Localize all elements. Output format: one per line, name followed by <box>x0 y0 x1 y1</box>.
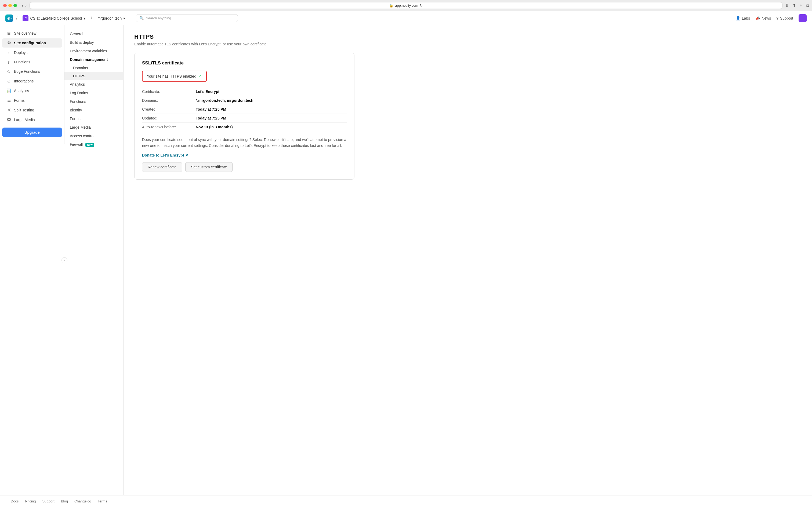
address-bar[interactable]: 🔒 app.netlify.com ↻ <box>30 2 782 9</box>
sidebar-item-edge-functions[interactable]: ◇ Edge Functions <box>2 67 62 76</box>
sidebar-collapse-button[interactable]: ‹ <box>61 257 67 263</box>
button-row: Renew certificate Set custom certificate <box>142 162 347 172</box>
center-nav-forms[interactable]: Forms <box>64 114 123 123</box>
center-nav-large-media[interactable]: Large Media <box>64 123 123 131</box>
app-header: ~n~ / C CS at Lakefield College School ▾… <box>0 11 812 25</box>
sidebar-item-analytics[interactable]: 📊 Analytics <box>2 86 62 95</box>
analytics-icon: 📊 <box>6 88 11 93</box>
sidebar-label-integrations: Integrations <box>14 79 34 83</box>
news-button[interactable]: 📣 News <box>755 16 771 20</box>
share-icon[interactable]: ⬆ <box>793 3 796 8</box>
site-breadcrumb[interactable]: mrgordon.tech ▾ <box>95 15 127 21</box>
footer-support[interactable]: Support <box>42 499 55 503</box>
support-button[interactable]: ? Support <box>776 16 793 20</box>
maximize-button[interactable] <box>13 4 17 7</box>
ssl-card-title: SSL/TLS certificate <box>142 60 347 66</box>
sidebar-item-deploys[interactable]: ↑ Deploys <box>2 48 62 57</box>
center-nav-log-drains[interactable]: Log Drains <box>64 89 123 97</box>
certificate-value: Let's Encrypt <box>196 90 219 94</box>
sidebar-item-split-testing[interactable]: ⚔ Split Testing <box>2 106 62 115</box>
tabs-icon[interactable]: ⧉ <box>806 3 809 8</box>
forms-icon: ☰ <box>6 98 11 103</box>
domains-label: Domains: <box>142 98 196 103</box>
updated-label: Updated: <box>142 116 196 120</box>
question-icon: ? <box>776 16 778 20</box>
center-nav-analytics[interactable]: Analytics <box>64 80 123 89</box>
close-button[interactable] <box>3 4 7 7</box>
renew-certificate-button[interactable]: Renew certificate <box>142 162 182 172</box>
footer-changelog[interactable]: Changelog <box>74 499 91 503</box>
center-nav-functions[interactable]: Functions <box>64 97 123 106</box>
center-nav-general[interactable]: General <box>64 30 123 38</box>
center-nav-domains[interactable]: Domains <box>64 64 123 72</box>
new-tab-icon[interactable]: + <box>800 3 802 8</box>
updated-value: Today at 7:25 PM <box>196 116 226 120</box>
sidebar-item-site-overview[interactable]: ⊞ Site overview <box>2 29 62 38</box>
search-placeholder: Search anything... <box>146 16 174 20</box>
sidebar-item-site-configuration[interactable]: ⚙ Site configuration <box>2 39 62 48</box>
traffic-lights <box>3 4 17 7</box>
labs-label: Labs <box>742 16 750 20</box>
center-nav-identity[interactable]: Identity <box>64 106 123 114</box>
sidebar-label-edge-functions: Edge Functions <box>14 69 40 73</box>
function-icon: ƒ <box>6 60 11 64</box>
labs-icon: 👤 <box>736 16 740 20</box>
https-enabled-label: Your site has HTTPS enabled <box>147 74 196 78</box>
cert-row-domains: Domains: *.mrgordon.tech, mrgordon.tech <box>142 96 347 105</box>
donate-link[interactable]: Donate to Let's Encrypt ↗ <box>142 153 188 157</box>
sidebar-item-integrations[interactable]: ⊕ Integrations <box>2 76 62 86</box>
sidebar-wrapper: ⊞ Site overview ⚙ Site configuration ↑ D… <box>0 25 64 495</box>
sidebar-label-deploys: Deploys <box>14 51 27 55</box>
auto-renews-label: Auto-renews before: <box>142 125 196 129</box>
set-custom-certificate-button[interactable]: Set custom certificate <box>185 162 233 172</box>
site-name: mrgordon.tech <box>98 16 122 20</box>
sidebar-item-forms[interactable]: ☰ Forms <box>2 96 62 105</box>
forward-icon[interactable]: › <box>25 3 26 8</box>
support-label: Support <box>780 16 793 20</box>
download-icon[interactable]: ⬇ <box>785 3 789 8</box>
center-nav-env-variables[interactable]: Environment variables <box>64 47 123 55</box>
cert-row-created: Created: Today at 7:25 PM <box>142 105 347 114</box>
back-icon[interactable]: ‹ <box>22 3 23 8</box>
center-nav-build-deploy[interactable]: Build & deploy <box>64 38 123 47</box>
center-nav-firewall[interactable]: Firewall New <box>64 140 123 149</box>
media-icon: 🖼 <box>6 117 11 122</box>
sidebar-label-split-testing: Split Testing <box>14 108 34 112</box>
footer-docs[interactable]: Docs <box>11 499 19 503</box>
integrations-icon: ⊕ <box>6 79 11 83</box>
app: ~n~ / C CS at Lakefield College School ▾… <box>0 11 812 507</box>
search-bar[interactable]: 🔍 Search anything... <box>136 14 238 22</box>
created-value: Today at 7:25 PM <box>196 107 226 111</box>
sidebar-item-large-media[interactable]: 🖼 Large Media <box>2 115 62 124</box>
center-nav-domain-management: Domain management <box>64 55 123 64</box>
org-breadcrumb[interactable]: C CS at Lakefield College School ▾ <box>20 14 88 22</box>
sidebar: ⊞ Site overview ⚙ Site configuration ↑ D… <box>0 25 64 144</box>
sidebar-item-functions[interactable]: ƒ Functions <box>2 57 62 66</box>
center-nav: General Build & deploy Environment varia… <box>64 25 123 495</box>
rocket-icon: ↑ <box>6 50 11 55</box>
news-label: News <box>761 16 771 20</box>
footer-terms[interactable]: Terms <box>98 499 107 503</box>
certificate-label: Certificate: <box>142 90 196 94</box>
browser-chrome: ‹ › 🔒 app.netlify.com ↻ ⬇ ⬆ + ⧉ <box>0 0 812 11</box>
refresh-icon[interactable]: ↻ <box>420 3 423 7</box>
avatar[interactable] <box>799 14 807 22</box>
page-title: HTTPS <box>134 33 801 40</box>
footer-blog[interactable]: Blog <box>61 499 68 503</box>
org-name: CS at Lakefield College School <box>30 16 82 20</box>
logo-text: ~n~ <box>6 16 13 20</box>
gear-icon: ⚙ <box>6 41 11 45</box>
center-nav-https[interactable]: HTTPS <box>64 72 123 80</box>
domains-value: *.mrgordon.tech, mrgordon.tech <box>196 98 253 103</box>
page-subtitle: Enable automatic TLS certificates with L… <box>134 42 801 46</box>
sidebar-label-large-media: Large Media <box>14 118 35 122</box>
sidebar-bottom: Upgrade <box>0 124 64 140</box>
sidebar-label-forms: Forms <box>14 98 25 103</box>
footer-pricing[interactable]: Pricing <box>25 499 36 503</box>
sidebar-label-site-overview: Site overview <box>14 31 36 36</box>
minimize-button[interactable] <box>8 4 12 7</box>
labs-button[interactable]: 👤 Labs <box>736 16 750 20</box>
center-nav-access-control[interactable]: Access control <box>64 131 123 140</box>
upgrade-button[interactable]: Upgrade <box>2 127 62 137</box>
cert-row-updated: Updated: Today at 7:25 PM <box>142 114 347 123</box>
